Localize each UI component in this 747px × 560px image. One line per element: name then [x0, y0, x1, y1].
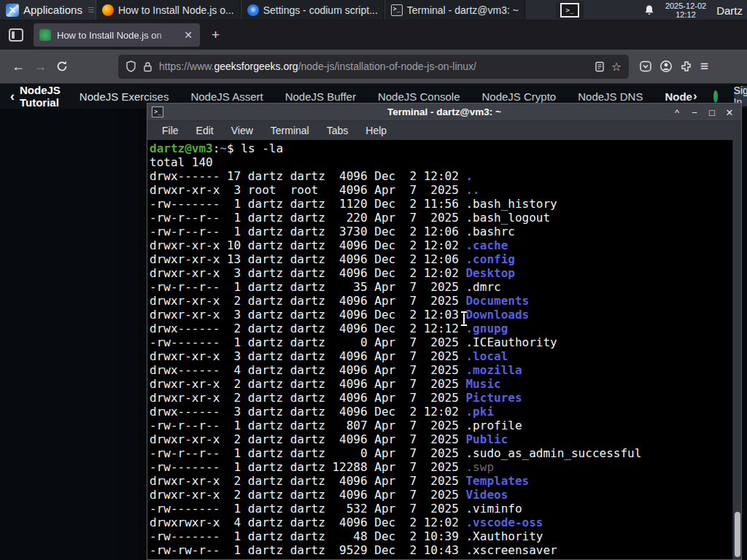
- terminal-title: Terminal - dartz@vm3: ~: [147, 106, 741, 117]
- terminal-menu-item[interactable]: Help: [358, 125, 394, 136]
- ls-output-row: -rw-r--r-- 1 dartz dartz 220 Apr 7 2025 …: [150, 211, 732, 225]
- notification-bell-icon[interactable]: [643, 4, 655, 16]
- ls-output-row: -rw------- 1 dartz dartz 532 Apr 7 2025 …: [150, 502, 732, 516]
- terminal-menu-item[interactable]: Edit: [189, 125, 221, 136]
- site-nav-item[interactable]: NodeJS Crypto: [482, 90, 557, 103]
- ls-output-row: drwx------ 17 dartz dartz 4096 Dec 2 12:…: [150, 169, 732, 183]
- terminal-menu-item[interactable]: Terminal: [263, 125, 317, 136]
- forward-icon[interactable]: →: [29, 55, 51, 77]
- ls-output-row: -rw------- 1 dartz dartz 12288 Apr 7 202…: [150, 460, 732, 474]
- ls-output-row: -rw-r--r-- 1 dartz dartz 35 Apr 7 2025 .…: [150, 280, 732, 294]
- panel-clock[interactable]: 2025-12-02 12:12: [665, 1, 706, 19]
- terminal-launcher-button[interactable]: >_: [556, 1, 584, 19]
- ls-output-row: drwxr-xr-x 3 dartz dartz 4096 Dec 2 12:0…: [150, 266, 732, 280]
- url-text[interactable]: https://www.geeksforgeeks.org/node-js/in…: [159, 61, 588, 72]
- terminal-shade-button[interactable]: ^: [668, 104, 686, 121]
- lock-icon[interactable]: [143, 61, 152, 72]
- back-icon[interactable]: ←: [7, 55, 29, 77]
- ls-output-row: -rw------- 1 dartz dartz 1120 Dec 2 11:5…: [150, 197, 732, 211]
- panel-handle: [88, 0, 94, 20]
- terminal-maximize-button[interactable]: □: [703, 104, 721, 121]
- ls-output-row: drwxr-xr-x 10 dartz dartz 4096 Dec 2 12:…: [150, 238, 732, 252]
- taskbar-window-buttons: How to Install Node.js o... Settings - c…: [96, 0, 525, 20]
- ls-output-row: drwxr-xr-x 3 root root 4096 Apr 7 2025 .…: [150, 183, 732, 197]
- search-icon[interactable]: [713, 90, 718, 103]
- ls-output-row: drwxr-xr-x 2 dartz dartz 4096 Apr 7 2025…: [150, 474, 732, 488]
- nav-back-link[interactable]: ‹ NodeJS Tutorial: [10, 84, 61, 109]
- nav-more-link[interactable]: Node ›: [665, 89, 697, 104]
- ls-output-row: drwx------ 2 dartz dartz 4096 Dec 2 12:1…: [150, 322, 732, 335]
- clock-date: 2025-12-02: [665, 1, 706, 10]
- firefox-view-icon[interactable]: [9, 28, 23, 42]
- system-tray: 2025-12-02 12:12 Dartz: [643, 0, 744, 20]
- distro-logo-icon: [6, 4, 19, 17]
- window-app-icon: [391, 4, 403, 16]
- tab-title: How to Install Node.js on: [57, 30, 177, 41]
- ls-output-row: -rw------- 1 dartz dartz 0 Apr 7 2025 .I…: [150, 335, 732, 349]
- top-panel: Applications How to Install Node.js o...…: [0, 0, 747, 20]
- terminal-output[interactable]: dartz@vm3:~$ ls -la total 140 drwx------…: [147, 140, 732, 559]
- ls-output-row: -rw-r--r-- 1 dartz dartz 3730 Dec 2 12:0…: [150, 225, 732, 238]
- terminal-scrollbar-thumb[interactable]: [735, 512, 740, 557]
- geeksforgeeks-favicon: [39, 29, 51, 41]
- site-nav-item[interactable]: NodeJS DNS: [578, 90, 643, 103]
- mouse-cursor-ibeam: [463, 313, 465, 324]
- taskbar-window-button[interactable]: Terminal - dartz@vm3: ~: [384, 0, 525, 20]
- browser-toolbar: ← → https://www.geeksforgeeks.org/node-j…: [0, 50, 747, 84]
- site-nav-item[interactable]: NodeJS Buffer: [285, 90, 356, 103]
- terminal-window-controls: ^ − □ ✕: [668, 104, 738, 121]
- ls-output-row: drwx------ 4 dartz dartz 4096 Apr 7 2025…: [150, 363, 732, 377]
- new-tab-button[interactable]: +: [212, 27, 220, 43]
- toolbar-right-icons: ≡: [639, 58, 708, 74]
- ls-output: drwx------ 17 dartz dartz 4096 Dec 2 12:…: [150, 169, 732, 557]
- user-label: Dartz: [716, 4, 744, 17]
- ls-output-row: drwxr-xr-x 2 dartz dartz 4096 Apr 7 2025…: [150, 294, 732, 308]
- applications-label: Applications: [23, 4, 82, 16]
- terminal-scrollbar[interactable]: [732, 140, 741, 559]
- terminal-minimize-button[interactable]: −: [686, 104, 703, 121]
- url-bar[interactable]: https://www.geeksforgeeks.org/node-js/in…: [118, 55, 629, 79]
- window-app-icon: [102, 4, 114, 16]
- prompt-command: $ ls -la: [227, 141, 283, 155]
- terminal-menu-item[interactable]: File: [155, 125, 186, 136]
- terminal-title-bar[interactable]: >_ Terminal - dartz@vm3: ~ ^ − □ ✕: [147, 104, 741, 121]
- prompt-user-host: dartz@vm3: [150, 141, 213, 155]
- site-nav-item[interactable]: NodeJS Console: [378, 90, 460, 103]
- ls-output-row: -rw-r--r-- 1 dartz dartz 0 Apr 7 2025 .s…: [150, 446, 732, 460]
- ls-output-row: drwxr-xr-x 3 dartz dartz 4096 Apr 7 2025…: [150, 349, 732, 363]
- window-app-icon: [247, 4, 259, 16]
- ls-output-row: drwxr-xr-x 2 dartz dartz 4096 Apr 7 2025…: [150, 432, 732, 446]
- site-nav-items: NodeJS ExercisesNodeJS AssertNodeJS Buff…: [80, 90, 643, 103]
- ls-output-row: -rw-r--r-- 1 dartz dartz 807 Apr 7 2025 …: [150, 419, 732, 432]
- account-icon[interactable]: [659, 60, 673, 73]
- taskbar-window-button[interactable]: Settings - codium script...: [241, 0, 384, 20]
- ls-output-row: drwxr-xr-x 2 dartz dartz 4096 Apr 7 2025…: [150, 488, 732, 502]
- site-nav-item[interactable]: NodeJS Exercises: [80, 90, 169, 103]
- bookmark-star-icon[interactable]: ☆: [611, 60, 622, 74]
- terminal-close-button[interactable]: ✕: [721, 104, 738, 121]
- terminal-prompt-line: dartz@vm3:~$ ls -la: [150, 141, 732, 155]
- browser-tab-active[interactable]: How to Install Node.js on ✕: [34, 23, 200, 47]
- applications-menu-button[interactable]: Applications: [0, 0, 88, 20]
- pocket-icon[interactable]: [639, 60, 652, 73]
- extensions-puzzle-icon[interactable]: [680, 60, 693, 73]
- tracking-shield-icon[interactable]: [125, 61, 136, 72]
- chevron-left-icon: ‹: [10, 89, 15, 104]
- chevron-right-icon: ›: [693, 89, 697, 104]
- reader-view-icon[interactable]: [595, 61, 605, 72]
- ls-output-row: drwx------ 3 dartz dartz 4096 Dec 2 12:0…: [150, 405, 732, 419]
- terminal-menu-bar: FileEditViewTerminalTabsHelp: [147, 121, 741, 140]
- reload-icon[interactable]: [51, 55, 73, 77]
- terminal-total-line: total 140: [150, 155, 732, 169]
- prompt-path: ~: [220, 141, 227, 155]
- ls-output-row: drwxrwxr-x 4 dartz dartz 4096 Dec 2 12:0…: [150, 516, 732, 529]
- ls-output-row: drwxr-xr-x 3 dartz dartz 4096 Dec 2 12:0…: [150, 308, 732, 322]
- taskbar-window-button[interactable]: How to Install Node.js o...: [96, 0, 241, 20]
- site-nav-item[interactable]: NodeJS Assert: [190, 90, 263, 103]
- tab-close-icon[interactable]: ✕: [182, 29, 194, 41]
- ls-output-row: -rw------- 1 dartz dartz 48 Dec 2 10:39 …: [150, 529, 732, 543]
- terminal-menu-item[interactable]: Tabs: [320, 125, 356, 136]
- terminal-window: >_ Terminal - dartz@vm3: ~ ^ − □ ✕ FileE…: [147, 103, 742, 560]
- menu-hamburger-icon[interactable]: ≡: [700, 58, 708, 74]
- terminal-menu-item[interactable]: View: [224, 125, 260, 136]
